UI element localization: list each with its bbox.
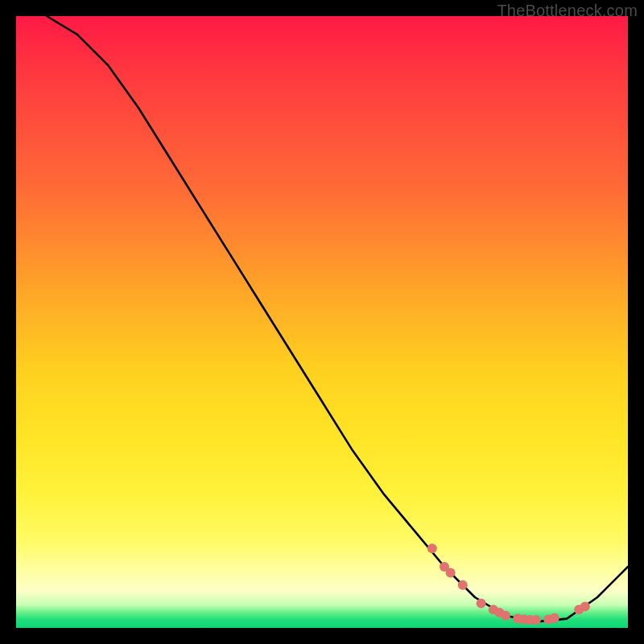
plot-area bbox=[16, 16, 628, 628]
marker-dot bbox=[501, 611, 510, 621]
chart-frame: TheBottleneck.com bbox=[0, 0, 644, 644]
marker-dot bbox=[477, 599, 486, 609]
marker-dot bbox=[531, 615, 541, 625]
marker-dot bbox=[550, 613, 559, 623]
marker-dot bbox=[580, 601, 590, 611]
bottleneck-curve-path bbox=[47, 16, 628, 621]
marker-dot bbox=[458, 580, 468, 590]
marker-dot bbox=[446, 568, 456, 578]
marker-dot bbox=[427, 543, 437, 553]
marker-dots bbox=[427, 543, 590, 625]
chart-svg bbox=[16, 16, 628, 628]
